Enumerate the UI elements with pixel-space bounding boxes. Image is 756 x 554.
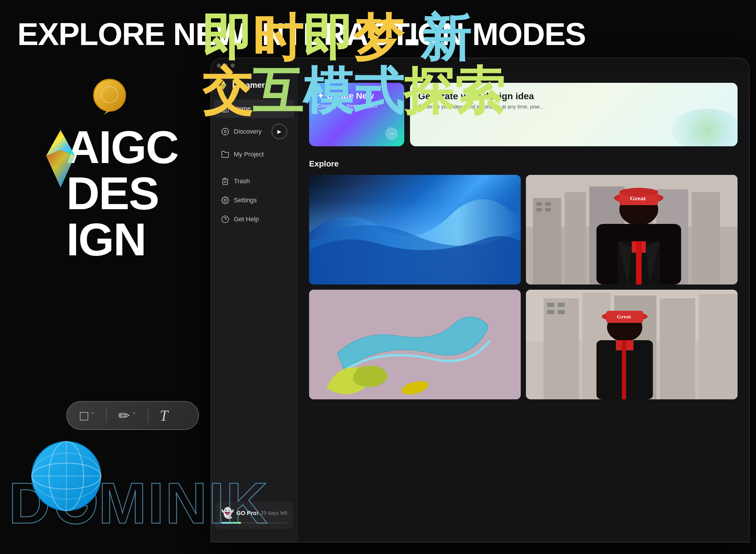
discovery-label: Discovery xyxy=(234,128,262,135)
svg-rect-29 xyxy=(537,208,542,212)
shape-tool[interactable]: □ ˅ xyxy=(80,408,94,424)
shape-dropdown-arrow[interactable]: ˅ xyxy=(90,411,94,421)
myproject-label: My Project xyxy=(234,151,264,158)
play-button[interactable]: ▶ xyxy=(272,124,287,140)
explore-grid: Great xyxy=(309,175,738,399)
svg-rect-49 xyxy=(660,298,695,399)
help-icon xyxy=(221,215,229,223)
svg-text:Great: Great xyxy=(630,196,646,202)
svg-point-16 xyxy=(224,200,226,202)
svg-rect-53 xyxy=(547,310,554,314)
svg-rect-39 xyxy=(636,241,642,284)
chat-bubble-icon xyxy=(86,78,133,115)
svg-rect-28 xyxy=(545,202,551,206)
app-content: Dreamer Home xyxy=(211,73,749,542)
trash-label: Trash xyxy=(234,177,250,185)
folder-icon xyxy=(221,150,229,158)
explore-item-blue-waves[interactable] xyxy=(309,175,521,284)
blue-waves-image xyxy=(309,175,521,284)
create-card-arrow[interactable]: → xyxy=(385,127,398,140)
sidebar-nav: Home Discovery ▶ xyxy=(211,99,297,496)
sidebar-item-settings[interactable]: Settings xyxy=(214,191,294,210)
svg-point-35 xyxy=(619,188,658,197)
chinese-headline: 即时即梦-新 交互模式探索 xyxy=(202,11,577,118)
svg-point-8 xyxy=(222,128,228,135)
svg-rect-27 xyxy=(537,202,542,206)
sidebar-item-discovery[interactable]: Discovery ▶ xyxy=(214,119,294,145)
compass-icon xyxy=(221,127,229,135)
svg-rect-54 xyxy=(558,310,565,314)
svg-rect-30 xyxy=(545,208,551,212)
svg-rect-26 xyxy=(692,192,720,284)
svg-rect-50 xyxy=(699,294,738,399)
generate-card-bg-decor xyxy=(671,109,738,146)
explore-item-person[interactable]: Great xyxy=(526,175,738,284)
app-window: Dreamer Home xyxy=(210,58,750,543)
sidebar-item-gethelp[interactable]: Get Help xyxy=(214,210,294,228)
pen-icon: ✏ xyxy=(118,407,130,424)
drawing-toolbar: □ ˅ ✏ ˅ T xyxy=(66,401,199,430)
toolbar-divider-1 xyxy=(106,408,107,423)
svg-rect-51 xyxy=(547,303,554,307)
svg-rect-52 xyxy=(558,303,565,307)
svg-point-9 xyxy=(224,131,226,133)
svg-point-0 xyxy=(94,79,125,111)
shape-icon: □ xyxy=(80,408,88,424)
globe-icon xyxy=(29,439,104,514)
gethelp-label: Get Help xyxy=(234,216,259,223)
pen-dropdown-arrow[interactable]: ˅ xyxy=(132,411,136,421)
brand-logo-icon xyxy=(32,127,89,190)
text-icon: T xyxy=(160,407,168,424)
settings-icon xyxy=(221,196,229,204)
sidebar-item-trash[interactable]: Trash xyxy=(214,172,294,190)
explore-section: Explore xyxy=(309,159,738,399)
nav-spacer xyxy=(211,164,297,171)
settings-label: Settings xyxy=(234,197,257,204)
text-tool[interactable]: T xyxy=(160,407,168,424)
trash-icon xyxy=(221,177,229,185)
toolbar-divider-2 xyxy=(148,408,148,423)
explore-label: Explore xyxy=(309,159,738,168)
explore-item-ribbon[interactable] xyxy=(309,290,521,399)
pen-tool[interactable]: ✏ ˅ xyxy=(118,407,136,424)
sidebar-item-myproject[interactable]: My Project xyxy=(214,145,294,164)
svg-text:Great: Great xyxy=(617,314,631,319)
main-content: ✦ Create New Create your dream project →… xyxy=(298,73,749,542)
svg-rect-22 xyxy=(565,192,586,284)
explore-item-person2[interactable]: Great xyxy=(526,290,738,399)
